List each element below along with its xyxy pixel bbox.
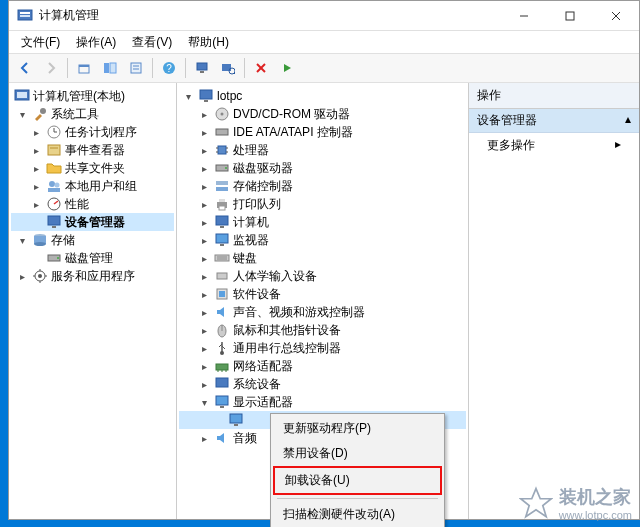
- chevron-right-icon[interactable]: ▸: [197, 251, 211, 265]
- device-ide[interactable]: ▸IDE ATA/ATAPI 控制器: [179, 123, 466, 141]
- device-dvd[interactable]: ▸DVD/CD-ROM 驱动器: [179, 105, 466, 123]
- tree-task-scheduler[interactable]: ▸ 任务计划程序: [11, 123, 174, 141]
- chevron-right-icon[interactable]: ▸: [15, 269, 29, 283]
- actions-group[interactable]: 设备管理器 ▴: [469, 109, 639, 133]
- device-monitor[interactable]: ▸监视器: [179, 231, 466, 249]
- chevron-right-icon[interactable]: ▸: [197, 377, 211, 391]
- window-title: 计算机管理: [39, 7, 501, 24]
- menu-help[interactable]: 帮助(H): [180, 32, 237, 53]
- chevron-right-icon[interactable]: ▸: [29, 143, 43, 157]
- device-keyboard[interactable]: ▸键盘: [179, 249, 466, 267]
- chevron-right-icon[interactable]: ▸: [197, 287, 211, 301]
- chevron-right-icon[interactable]: ▸: [197, 431, 211, 445]
- menubar: 文件(F) 操作(A) 查看(V) 帮助(H): [9, 31, 639, 53]
- chevron-right-icon[interactable]: ▸: [197, 305, 211, 319]
- menu-action[interactable]: 操作(A): [68, 32, 124, 53]
- chevron-right-icon[interactable]: ▸: [29, 161, 43, 175]
- help-button[interactable]: ?: [157, 56, 181, 80]
- context-menu: 更新驱动程序(P) 禁用设备(D) 卸载设备(U) 扫描检测硬件改动(A) 属性…: [270, 413, 445, 527]
- device-tree: ▾ lotpc ▸DVD/CD-ROM 驱动器 ▸IDE ATA/ATAPI 控…: [177, 83, 468, 451]
- close-button[interactable]: [593, 1, 639, 31]
- enable-button[interactable]: [275, 56, 299, 80]
- device-sound[interactable]: ▸声音、视频和游戏控制器: [179, 303, 466, 321]
- device-system[interactable]: ▸系统设备: [179, 375, 466, 393]
- tools-icon: [32, 106, 48, 122]
- tree-label: 显示适配器: [233, 394, 293, 411]
- show-hide-tree-button[interactable]: [98, 56, 122, 80]
- chevron-right-icon[interactable]: ▸: [197, 359, 211, 373]
- computer-icon-button[interactable]: [190, 56, 214, 80]
- tree-event-viewer[interactable]: ▸ 事件查看器: [11, 141, 174, 159]
- svg-point-40: [34, 242, 46, 246]
- device-network[interactable]: ▸网络适配器: [179, 357, 466, 375]
- chevron-right-icon[interactable]: ▸: [197, 323, 211, 337]
- tree-disk-management[interactable]: 磁盘管理: [11, 249, 174, 267]
- chevron-right-icon[interactable]: ▸: [29, 125, 43, 139]
- chevron-right-icon[interactable]: ▸: [197, 143, 211, 157]
- device-display[interactable]: ▾显示适配器: [179, 393, 466, 411]
- maximize-button[interactable]: [547, 1, 593, 31]
- device-computer[interactable]: ▸计算机: [179, 213, 466, 231]
- tree-local-users[interactable]: ▸ 本地用户和组: [11, 177, 174, 195]
- chevron-right-icon[interactable]: ▸: [197, 341, 211, 355]
- chevron-down-icon[interactable]: ▾: [197, 395, 211, 409]
- device-storage-ctrl[interactable]: ▸存储控制器: [179, 177, 466, 195]
- monitor-icon: [214, 232, 230, 248]
- minimize-button[interactable]: [501, 1, 547, 31]
- chevron-right-icon[interactable]: ▸: [197, 107, 211, 121]
- menu-view[interactable]: 查看(V): [124, 32, 180, 53]
- forward-button[interactable]: [39, 56, 63, 80]
- uninstall-button[interactable]: [249, 56, 273, 80]
- tree-label: 设备管理器: [65, 214, 125, 231]
- chevron-right-icon[interactable]: ▸: [197, 233, 211, 247]
- svg-rect-65: [219, 206, 225, 210]
- device-disk-drives[interactable]: ▸磁盘驱动器: [179, 159, 466, 177]
- device-mouse[interactable]: ▸鼠标和其他指针设备: [179, 321, 466, 339]
- ctx-disable-device[interactable]: 禁用设备(D): [273, 441, 442, 466]
- chevron-down-icon[interactable]: ▾: [15, 107, 29, 121]
- tree-performance[interactable]: ▸ 性能: [11, 195, 174, 213]
- svg-rect-73: [217, 273, 227, 279]
- tree-root-computer-mgmt[interactable]: 计算机管理(本地): [11, 87, 174, 105]
- tree-storage[interactable]: ▾ 存储: [11, 231, 174, 249]
- chevron-right-icon[interactable]: ▸: [197, 125, 211, 139]
- device-usb[interactable]: ▸通用串行总线控制器: [179, 339, 466, 357]
- chevron-right-icon[interactable]: ▸: [197, 161, 211, 175]
- chevron-right-icon[interactable]: ▸: [29, 179, 43, 193]
- ctx-scan-hardware[interactable]: 扫描检测硬件改动(A): [273, 502, 442, 527]
- device-print-queue[interactable]: ▸打印队列: [179, 195, 466, 213]
- more-actions[interactable]: 更多操作 ▸: [469, 133, 639, 158]
- device-hid[interactable]: ▸人体学输入设备: [179, 267, 466, 285]
- chevron-right-icon[interactable]: ▸: [29, 197, 43, 211]
- device-root[interactable]: ▾ lotpc: [179, 87, 466, 105]
- tree-label: 服务和应用程序: [51, 268, 135, 285]
- menu-file[interactable]: 文件(F): [13, 32, 68, 53]
- tree-system-tools[interactable]: ▾ 系统工具: [11, 105, 174, 123]
- properties-button[interactable]: [124, 56, 148, 80]
- chevron-right-icon[interactable]: ▸: [197, 215, 211, 229]
- device-software[interactable]: ▸软件设备: [179, 285, 466, 303]
- chevron-right-icon[interactable]: ▸: [197, 269, 211, 283]
- svg-line-20: [234, 73, 235, 74]
- chevron-right-icon[interactable]: ▸: [197, 197, 211, 211]
- scan-hardware-button[interactable]: [216, 56, 240, 80]
- up-button[interactable]: [72, 56, 96, 80]
- tree-device-manager[interactable]: 设备管理器: [11, 213, 174, 231]
- chevron-down-icon[interactable]: ▾: [15, 233, 29, 247]
- services-icon: [32, 268, 48, 284]
- ctx-update-driver[interactable]: 更新驱动程序(P): [273, 416, 442, 441]
- tree-label: 计算机: [233, 214, 269, 231]
- left-pane: 计算机管理(本地) ▾ 系统工具 ▸ 任务计划程序 ▸: [9, 83, 177, 519]
- svg-point-42: [57, 257, 59, 259]
- tree-services-apps[interactable]: ▸ 服务和应用程序: [11, 267, 174, 285]
- svg-rect-80: [216, 364, 228, 370]
- svg-rect-69: [220, 244, 224, 246]
- chevron-right-icon[interactable]: ▸: [197, 179, 211, 193]
- back-button[interactable]: [13, 56, 37, 80]
- device-cpu[interactable]: ▸处理器: [179, 141, 466, 159]
- tree-shared-folders[interactable]: ▸ 共享文件夹: [11, 159, 174, 177]
- chevron-down-icon[interactable]: ▾: [181, 89, 195, 103]
- ctx-uninstall-device[interactable]: 卸载设备(U): [273, 466, 442, 495]
- display-icon: [228, 412, 244, 428]
- star-icon: [519, 486, 553, 520]
